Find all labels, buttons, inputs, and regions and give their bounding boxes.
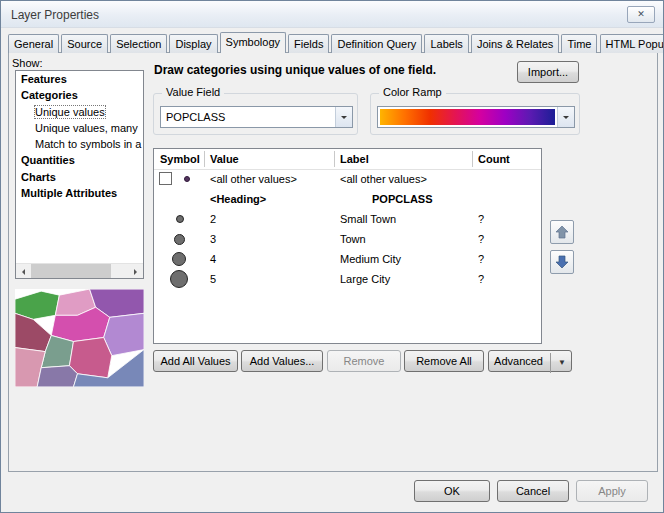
ok-button[interactable]: OK xyxy=(414,480,490,502)
remove-button[interactable]: Remove xyxy=(327,350,401,372)
title-bar[interactable]: Layer Properties ✕ xyxy=(1,1,663,28)
row-count: ? xyxy=(478,269,484,289)
table-row-medium-city[interactable]: 4 Medium City ? xyxy=(154,249,541,269)
color-ramp-group-label: Color Ramp xyxy=(379,86,446,98)
tab-joins-relates[interactable]: Joins & Relates xyxy=(471,34,559,53)
column-divider xyxy=(204,151,205,167)
add-all-values-button[interactable]: Add All Values xyxy=(153,350,238,372)
row-label: Small Town xyxy=(340,209,396,229)
col-header-count[interactable]: Count xyxy=(478,149,510,169)
row-label: POPCLASS xyxy=(372,189,433,209)
add-values-button[interactable]: Add Values... xyxy=(241,350,323,372)
move-down-button[interactable] xyxy=(550,250,574,274)
tab-time[interactable]: Time xyxy=(561,34,597,53)
row-value: 5 xyxy=(210,269,216,289)
symbology-map-preview xyxy=(15,289,144,387)
tab-general[interactable]: General xyxy=(8,34,59,53)
window-title: Layer Properties xyxy=(11,8,99,22)
close-icon: ✕ xyxy=(637,9,645,19)
map-preview-image xyxy=(15,289,144,387)
show-item-quantities[interactable]: Quantities xyxy=(16,152,143,168)
arrow-down-icon xyxy=(555,255,569,269)
color-ramp-group: Color Ramp xyxy=(370,93,580,135)
show-item-match-symbols[interactable]: Match to symbols in a xyxy=(16,136,143,152)
value-field-group: Value Field POPCLASS xyxy=(153,93,358,135)
method-description: Draw categories using unique values of o… xyxy=(154,63,436,77)
row-value: <all other values> xyxy=(210,169,297,189)
tab-definition-query[interactable]: Definition Query xyxy=(331,34,422,53)
row-count: ? xyxy=(478,249,484,269)
row-label: Town xyxy=(340,229,366,249)
show-item-unique-values[interactable]: Unique values xyxy=(16,104,143,120)
row-label: <all other values> xyxy=(340,169,427,189)
tab-source[interactable]: Source xyxy=(61,34,108,53)
graduated-circle-icon[interactable] xyxy=(170,270,188,288)
point-symbol-icon[interactable] xyxy=(184,176,190,182)
value-field-selected: POPCLASS xyxy=(166,111,225,123)
advanced-button-label: Advanced xyxy=(494,355,543,367)
table-row-large-city[interactable]: 5 Large City ? xyxy=(154,269,541,289)
row-count: ? xyxy=(478,209,484,229)
row-value: 4 xyxy=(210,249,216,269)
value-field-dropdown[interactable]: POPCLASS xyxy=(160,106,353,128)
show-item-unique-values-many[interactable]: Unique values, many xyxy=(16,120,143,136)
tab-selection[interactable]: Selection xyxy=(110,34,167,53)
value-field-group-label: Value Field xyxy=(162,86,224,98)
chevron-down-icon[interactable] xyxy=(557,107,574,127)
row-count: ? xyxy=(478,229,484,249)
row-value: 3 xyxy=(210,229,216,249)
move-up-button[interactable] xyxy=(550,220,574,244)
menu-arrow-icon: ▼ xyxy=(550,353,566,373)
scrollbar-thumb[interactable] xyxy=(31,264,111,279)
show-list: Features Categories Unique values Unique… xyxy=(15,70,144,279)
symbology-pane: Show: Features Categories Unique values … xyxy=(8,52,658,472)
row-value: 2 xyxy=(210,209,216,229)
color-ramp-gradient xyxy=(380,109,555,125)
advanced-button[interactable]: Advanced▼ xyxy=(488,350,572,372)
close-button[interactable]: ✕ xyxy=(627,6,655,23)
scroll-left-icon[interactable] xyxy=(16,264,31,279)
row-label: Medium City xyxy=(340,249,401,269)
row-label: Large City xyxy=(340,269,390,289)
apply-button[interactable]: Apply xyxy=(576,480,648,502)
tab-strip: General Source Selection Display Symbolo… xyxy=(8,32,664,53)
column-divider xyxy=(334,151,335,167)
col-header-symbol[interactable]: Symbol xyxy=(160,149,200,169)
scroll-right-icon[interactable] xyxy=(128,264,143,279)
unique-values-table: Symbol Value Label Count <all other valu… xyxy=(153,148,542,344)
layer-properties-dialog: Layer Properties ✕ General Source Select… xyxy=(0,0,664,513)
remove-all-button[interactable]: Remove All xyxy=(404,350,484,372)
tab-html-popup[interactable]: HTML Popup xyxy=(600,34,664,53)
tab-fields[interactable]: Fields xyxy=(288,34,329,53)
show-label: Show: xyxy=(12,57,43,69)
column-divider xyxy=(472,151,473,167)
col-header-label[interactable]: Label xyxy=(340,149,369,169)
tab-labels[interactable]: Labels xyxy=(424,34,468,53)
color-ramp-dropdown[interactable] xyxy=(377,106,575,128)
cancel-button[interactable]: Cancel xyxy=(497,480,569,502)
show-item-charts[interactable]: Charts xyxy=(16,169,143,185)
arrow-up-icon xyxy=(555,225,569,239)
col-header-value[interactable]: Value xyxy=(210,149,239,169)
show-list-hscrollbar[interactable] xyxy=(16,263,143,278)
row-value: <Heading> xyxy=(210,189,266,209)
graduated-circle-icon[interactable] xyxy=(172,252,186,266)
graduated-circle-icon[interactable] xyxy=(176,215,184,223)
table-row-small-town[interactable]: 2 Small Town ? xyxy=(154,209,541,229)
tab-symbology[interactable]: Symbology xyxy=(220,32,286,53)
table-row-heading[interactable]: <Heading> POPCLASS xyxy=(154,189,541,209)
chevron-down-icon[interactable] xyxy=(335,107,352,127)
table-row-all-other-values[interactable]: <all other values> <all other values> xyxy=(154,169,541,189)
graduated-circle-icon[interactable] xyxy=(174,234,185,245)
all-other-values-checkbox[interactable] xyxy=(159,172,172,185)
show-item-features[interactable]: Features xyxy=(16,71,143,87)
show-item-categories[interactable]: Categories xyxy=(16,87,143,103)
table-row-town[interactable]: 3 Town ? xyxy=(154,229,541,249)
tab-display[interactable]: Display xyxy=(169,34,217,53)
import-button[interactable]: Import... xyxy=(517,61,579,83)
show-item-multiple-attributes[interactable]: Multiple Attributes xyxy=(16,185,143,201)
